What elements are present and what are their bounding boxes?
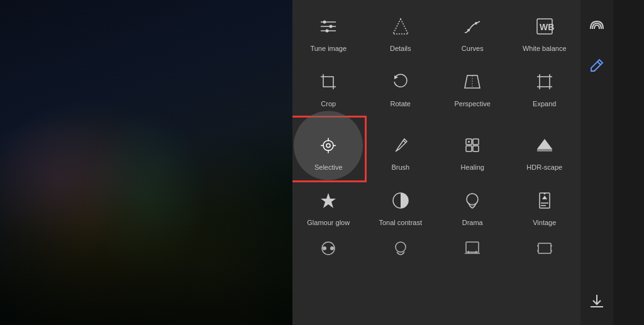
tool-drama[interactable]: Drama: [436, 180, 509, 236]
tune-image-label: Tune image: [310, 44, 347, 53]
expand-label: Expand: [533, 99, 556, 108]
expand-icon: [532, 69, 557, 94]
tool-selective[interactable]: Selective: [292, 118, 365, 180]
partial-2-icon: [388, 238, 413, 258]
tool-hdr-scape[interactable]: HDR-scape: [509, 118, 581, 180]
svg-rect-49: [466, 242, 479, 252]
tool-brush[interactable]: Brush: [365, 118, 437, 180]
tools-grid: Tune image Details Cur: [292, 6, 580, 267]
vintage-icon: [532, 188, 557, 213]
drama-label: Drama: [462, 218, 483, 227]
svg-rect-32: [473, 146, 479, 151]
tool-partial-1[interactable]: [292, 236, 365, 267]
svg-marker-37: [321, 193, 336, 208]
svg-rect-53: [538, 243, 551, 253]
download-icon[interactable]: [586, 290, 608, 312]
curves-label: Curves: [462, 44, 484, 53]
tool-healing[interactable]: Healing: [436, 118, 509, 180]
partial-3-icon: [460, 238, 485, 258]
partial-1-icon: [316, 238, 341, 258]
drama-icon: [460, 188, 485, 213]
side-toolbar: [580, 0, 613, 325]
svg-point-8: [475, 22, 477, 25]
selective-label: Selective: [314, 163, 343, 172]
rainbow-icon[interactable]: [586, 13, 608, 35]
tune-image-icon: [316, 14, 341, 39]
healing-icon: [460, 133, 485, 158]
brush-label: Brush: [391, 163, 409, 172]
tool-white-balance[interactable]: WB White balance: [509, 6, 581, 62]
tool-perspective[interactable]: Perspective: [436, 62, 509, 117]
photo-road: [0, 130, 292, 325]
hdr-scape-icon: [532, 133, 557, 158]
tool-partial-2[interactable]: [365, 236, 437, 267]
svg-line-28: [403, 140, 406, 143]
tools-grid-area: Tune image Details Cur: [292, 0, 580, 325]
svg-rect-31: [466, 146, 472, 151]
tool-expand[interactable]: Expand: [509, 62, 581, 117]
photo-canvas: [0, 0, 292, 325]
details-icon: [388, 14, 413, 39]
tonal-contrast-icon: [388, 188, 413, 213]
curves-icon: [460, 14, 485, 39]
vintage-label: Vintage: [533, 218, 556, 227]
selective-icon: [316, 133, 341, 158]
tool-vintage[interactable]: Vintage: [509, 180, 581, 236]
svg-point-23: [326, 143, 330, 147]
svg-point-5: [326, 30, 329, 33]
tool-details[interactable]: Details: [365, 6, 437, 62]
svg-point-4: [330, 25, 333, 28]
tool-crop[interactable]: Crop: [292, 62, 365, 117]
tool-glamour-glow[interactable]: Glamour glow: [292, 180, 365, 236]
svg-rect-13: [540, 77, 550, 87]
glamour-glow-label: Glamour glow: [307, 218, 350, 227]
white-balance-label: White balance: [523, 44, 567, 53]
svg-marker-42: [542, 196, 547, 199]
svg-line-58: [597, 62, 601, 65]
svg-point-46: [323, 246, 326, 250]
crop-icon: [316, 69, 341, 94]
tool-tune-image[interactable]: Tune image: [292, 6, 365, 62]
details-label: Details: [390, 44, 411, 53]
svg-marker-6: [393, 19, 408, 34]
svg-rect-36: [537, 149, 552, 151]
tool-curves[interactable]: Curves: [436, 6, 509, 62]
svg-text:WB: WB: [540, 22, 554, 32]
rotate-label: Rotate: [391, 99, 411, 108]
tool-partial-3[interactable]: [436, 236, 509, 267]
svg-rect-30: [473, 139, 479, 145]
tonal-contrast-label: Tonal contrast: [379, 218, 422, 227]
svg-point-48: [396, 242, 406, 252]
tools-panel: Tune image Details Cur: [292, 0, 613, 325]
hdr-scape-label: HDR-scape: [526, 163, 562, 172]
svg-point-7: [467, 29, 470, 31]
svg-point-22: [323, 140, 333, 150]
crop-label: Crop: [321, 99, 336, 108]
glamour-glow-icon: [316, 188, 341, 213]
healing-label: Healing: [461, 163, 484, 172]
pen-edit-icon[interactable]: [586, 54, 608, 77]
white-balance-icon: WB: [532, 14, 557, 39]
svg-point-3: [323, 21, 326, 24]
perspective-label: Perspective: [455, 99, 491, 108]
partial-4-icon: [532, 238, 557, 258]
tool-rotate[interactable]: Rotate: [365, 62, 437, 117]
perspective-icon: [460, 69, 485, 94]
svg-marker-35: [537, 139, 552, 149]
svg-point-47: [330, 246, 334, 250]
rotate-icon: [388, 69, 413, 94]
brush-icon: [388, 133, 413, 158]
tool-tonal-contrast[interactable]: Tonal contrast: [365, 180, 437, 236]
tool-partial-4[interactable]: [509, 236, 581, 267]
